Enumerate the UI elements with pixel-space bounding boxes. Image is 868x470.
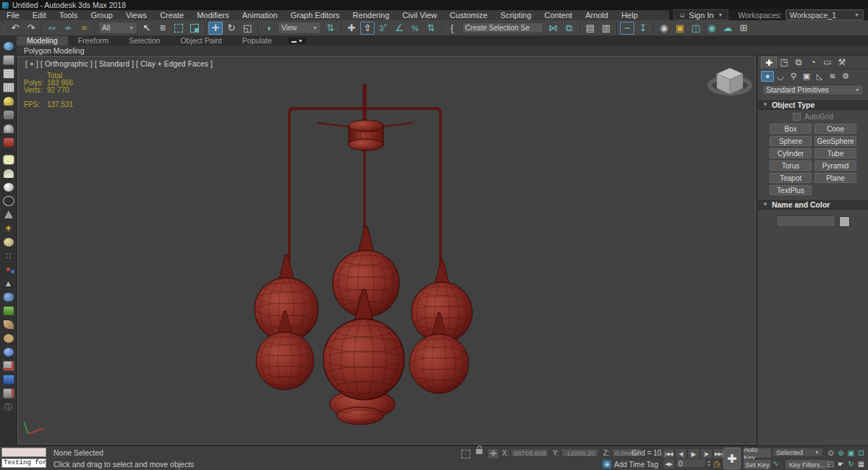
geosphere-button[interactable]: GeoSphere <box>814 136 856 146</box>
shapes-icon[interactable]: ◡ <box>774 71 787 82</box>
sign-in-button[interactable]: ☺ Sign In ▼ <box>673 9 728 20</box>
select-and-scale-icon[interactable]: ◱ <box>240 22 255 35</box>
render-cloud-icon[interactable]: ☁ <box>720 22 735 35</box>
menu-content[interactable]: Content <box>538 10 579 20</box>
play-icon[interactable]: ▶ <box>687 448 700 459</box>
export-image-icon[interactable] <box>1 359 15 372</box>
zoom-all-icon[interactable]: ⊛ <box>836 448 846 458</box>
workspace-dropdown[interactable]: Workspace_1 ▼ <box>786 9 864 20</box>
lights-icon[interactable]: ⚲ <box>787 71 800 82</box>
ribbon-tab-object-paint[interactable]: Object Paint <box>170 36 231 46</box>
hierarchy-tab-icon[interactable]: ⧉ <box>791 56 806 68</box>
modify-tab-icon[interactable]: ◳ <box>777 56 791 68</box>
menu-help[interactable]: Help <box>615 10 644 20</box>
select-and-move-icon[interactable]: ✛ <box>208 22 223 35</box>
render-setup-icon[interactable]: ▣ <box>673 22 687 35</box>
isolate-selection-icon[interactable] <box>461 450 470 458</box>
frame-number-field[interactable]: 0 <box>676 458 706 468</box>
preview-window-icon[interactable] <box>1 53 15 67</box>
cone-button[interactable]: Cone <box>814 124 856 134</box>
cylinder-button[interactable]: Cylinder <box>770 148 812 158</box>
molecules-icon[interactable] <box>1 262 15 276</box>
undo-icon[interactable]: ↶ <box>8 22 22 35</box>
selection-set-field[interactable] <box>462 22 543 33</box>
material-editor-icon[interactable]: ◉ <box>657 22 671 35</box>
snap-3d-icon[interactable]: 3⌜ <box>376 22 391 35</box>
menu-customize[interactable]: Customize <box>443 10 494 20</box>
select-and-manipulate-icon[interactable]: ✚ <box>344 22 359 35</box>
utilities-tab-icon[interactable]: ⚒ <box>835 56 849 68</box>
video-post-icon[interactable] <box>1 135 15 149</box>
menu-modifiers[interactable]: Modifiers <box>190 10 236 20</box>
menu-rendering[interactable]: Rendering <box>346 10 396 20</box>
object-name-field[interactable] <box>776 215 835 227</box>
light-lister-icon[interactable] <box>1 94 15 108</box>
scene-explorer-icon[interactable]: ▤ <box>583 22 597 35</box>
polygon-modeling-panel[interactable]: Polygon Modeling <box>24 46 84 55</box>
auto-key-button[interactable]: Auto Key <box>743 448 772 458</box>
menu-scripting[interactable]: Scripting <box>494 10 538 20</box>
select-by-name-icon[interactable]: ≣ <box>156 22 170 35</box>
dome-shape-icon[interactable] <box>1 166 15 180</box>
camera-lister-icon[interactable] <box>1 108 15 121</box>
redo-icon[interactable]: ↷ <box>24 22 38 35</box>
select-object-icon[interactable]: ↖ <box>140 22 154 35</box>
schematic-view-icon[interactable]: ↧ <box>636 22 650 35</box>
sphere-button[interactable]: Sphere <box>770 136 812 146</box>
name-and-color-rollout-header[interactable]: ▼ Name and Color <box>758 199 868 210</box>
align-icon[interactable]: ⧉ <box>562 22 576 35</box>
percent-snap-icon[interactable]: % <box>408 22 422 35</box>
selection-lock-icon[interactable] <box>476 449 482 454</box>
menu-graph-editors[interactable]: Graph Editors <box>284 10 346 20</box>
menu-create[interactable]: Create <box>153 10 190 20</box>
create-tab-icon[interactable]: ✚ <box>761 56 777 69</box>
render-production-icon[interactable]: ◉ <box>705 22 719 35</box>
ribbon-tab-modeling[interactable]: Modeling <box>17 36 68 46</box>
blue-box-icon[interactable] <box>1 372 15 386</box>
rock-icon[interactable] <box>1 290 15 304</box>
menu-group[interactable]: Group <box>84 10 119 20</box>
frame-spinner[interactable]: ▲▼ <box>706 458 712 468</box>
curve-editor-icon[interactable]: ∼ <box>620 22 634 35</box>
menu-civil-view[interactable]: Civil View <box>396 10 443 20</box>
object-color-swatch[interactable] <box>839 216 850 227</box>
menu-views[interactable]: Views <box>119 10 153 20</box>
particles-rain-icon[interactable]: ∷ <box>1 249 15 262</box>
rendered-frame-icon[interactable]: ◫ <box>689 22 703 35</box>
bind-to-space-warp-icon[interactable]: ≈ <box>77 22 91 35</box>
zoom-extents-icon[interactable]: ▣ <box>846 448 856 458</box>
menu-arnold[interactable]: Arnold <box>579 10 615 20</box>
torus-button[interactable]: Torus <box>770 161 812 171</box>
tan-sphere-icon[interactable] <box>1 235 15 249</box>
add-time-tag[interactable]: ⊕ Add Time Tag <box>603 460 658 469</box>
cameras-icon[interactable]: ▣ <box>800 71 813 82</box>
autogrid-checkbox[interactable] <box>793 113 801 121</box>
axis-constraints-icon[interactable]: ⇅ <box>323 22 338 35</box>
window-crossing-icon[interactable] <box>187 22 202 35</box>
viewport[interactable]: [ + ] [ Orthographic ] [ Standard ] [ Cl… <box>17 56 756 445</box>
menu-file[interactable]: File <box>0 10 26 20</box>
set-key-button[interactable]: Set Key <box>743 459 772 470</box>
feather-hf-icon[interactable] <box>1 317 15 331</box>
pyramid-arrows-icon[interactable]: ▲ <box>1 276 15 290</box>
help-icon[interactable]: ⓘ <box>1 400 15 414</box>
zoom-region-icon[interactable]: ◰ <box>826 459 835 469</box>
object-type-rollout-header[interactable]: ▼ Object Type <box>758 99 868 110</box>
box-button[interactable]: Box <box>770 124 812 134</box>
view-cube[interactable] <box>710 68 750 94</box>
key-filters-button[interactable]: Key Filters... <box>785 459 830 470</box>
select-and-link-icon[interactable]: ∾ <box>45 22 59 35</box>
reference-coordsys-dropdown[interactable]: View▼ <box>278 22 321 34</box>
material-lister-icon[interactable] <box>1 121 15 135</box>
select-and-rotate-icon[interactable]: ↻ <box>224 22 239 35</box>
sphere-shape-icon[interactable] <box>1 180 15 194</box>
maximize-viewport-icon[interactable]: ▦ <box>856 459 866 469</box>
key-mode-icon[interactable]: ◀▶ <box>663 458 675 469</box>
plane-button[interactable]: Plane <box>814 173 856 183</box>
primitive-category-dropdown[interactable]: Standard Primitives ▼ <box>762 85 864 95</box>
absolute-mode-icon[interactable]: ✛ <box>488 448 499 459</box>
x-coord-field[interactable]: 98708,609 <box>511 448 548 457</box>
pyramid-button[interactable]: Pyramid <box>814 161 856 171</box>
maxscript-mini-listener-macro[interactable] <box>1 448 46 457</box>
wire-sphere-icon[interactable] <box>1 194 15 208</box>
